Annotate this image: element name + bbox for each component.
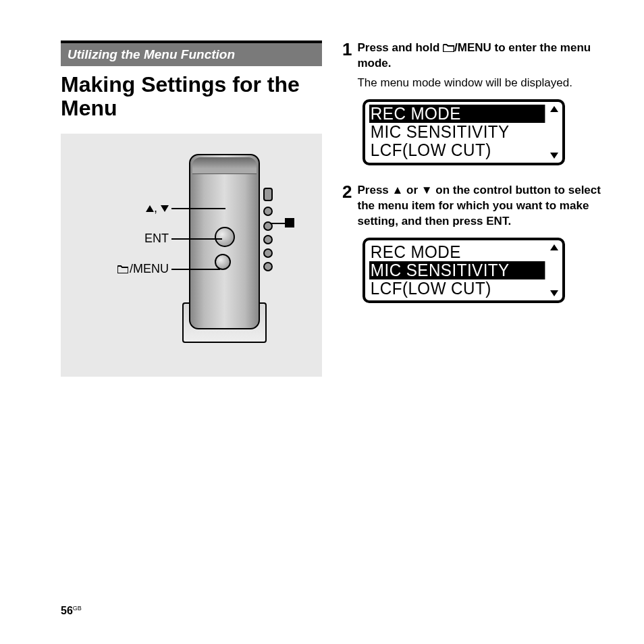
leader-line — [270, 223, 285, 224]
step-1-instruction: Press and hold /MENU to enter the menu m… — [357, 41, 591, 70]
step-1-body: The menu mode window will be displayed. — [357, 76, 603, 91]
triangle-up-icon — [146, 205, 154, 212]
scroll-up-icon — [550, 106, 558, 112]
lcd-screen-1: REC MODE MIC SENSITIVITY LCF(LOW CUT) — [363, 99, 565, 165]
triangle-down-icon — [161, 205, 169, 212]
lcd-row: LCF(LOW CUT) — [369, 279, 545, 298]
section-banner: Utilizing the Menu Function — [61, 41, 322, 66]
step-2: 2 Press ▲ or ▼ on the control button to … — [342, 183, 603, 230]
step-2-instruction: Press ▲ or ▼ on the control button to se… — [357, 184, 600, 227]
scroll-down-icon — [550, 153, 558, 159]
page-heading: Making Settings for the Menu — [61, 73, 322, 120]
lcd-row: REC MODE — [369, 243, 545, 261]
folder-icon — [443, 44, 454, 52]
lcd-row: LCF(LOW CUT) — [369, 141, 545, 159]
step-1: 1 Press and hold /MENU to enter the menu… — [342, 41, 603, 91]
stop-icon — [285, 218, 294, 227]
lcd-row: REC MODE — [369, 105, 545, 123]
folder-icon — [117, 265, 128, 273]
callout-menu: /MENU — [61, 262, 169, 276]
leader-line — [171, 269, 220, 270]
step-number: 2 — [342, 183, 352, 230]
step-number: 1 — [342, 41, 352, 91]
device-illustration: , ENT /MENU — [61, 134, 322, 377]
scroll-down-icon — [550, 290, 558, 296]
scroll-up-icon — [550, 244, 558, 250]
callout-up-down: , — [61, 201, 169, 215]
page-number: 56GB — [61, 605, 82, 617]
lcd-row: MIC SENSITIVITY — [369, 261, 545, 279]
leader-line — [171, 238, 222, 240]
lcd-screen-2: REC MODE MIC SENSITIVITY LCF(LOW CUT) — [363, 238, 565, 304]
lcd-row: MIC SENSITIVITY — [369, 123, 545, 141]
device-drawing — [182, 147, 270, 350]
callout-ent: ENT — [61, 232, 169, 246]
leader-line — [171, 208, 225, 209]
